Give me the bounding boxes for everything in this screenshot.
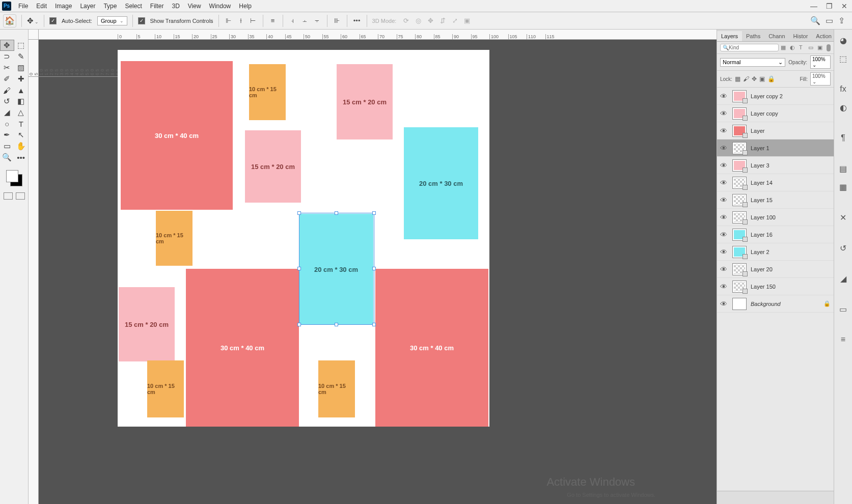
marquee-tool[interactable]: ⬚ [14, 40, 28, 51]
filter-toggle[interactable] [827, 44, 831, 51]
layer-thumbnail[interactable] [732, 263, 747, 275]
quick-select-tool[interactable]: ✎ [14, 51, 29, 62]
filter-type-icon[interactable]: T [799, 44, 806, 51]
shape-pink-3[interactable]: 15 cm * 20 cm [119, 287, 175, 361]
filter-kind-select[interactable]: 🔍 Kind [720, 44, 779, 51]
layer-row[interactable]: 👁Background🔒 [717, 295, 834, 313]
menu-file[interactable]: File [14, 2, 32, 11]
stamp-tool[interactable]: ▲ [14, 85, 29, 96]
heal-tool[interactable]: ✚ [14, 73, 29, 85]
cube3d-icon[interactable]: ⬚ [838, 53, 849, 64]
layer-row[interactable]: 👁Layer 100 [717, 209, 834, 226]
shape-pink-1[interactable]: 15 cm * 20 cm [337, 64, 393, 139]
search-icon[interactable]: 🔍 [810, 16, 820, 25]
visibility-toggle[interactable]: 👁 [720, 231, 728, 239]
color-panel-icon[interactable]: ◕ [838, 35, 849, 46]
layer-row[interactable]: 👁Layer 20 [717, 261, 834, 278]
handle-bl[interactable] [297, 323, 301, 326]
layer-row[interactable]: 👁Layer copy [717, 105, 834, 122]
align-more-icon[interactable]: ≡ [268, 16, 278, 25]
shape-orange-1[interactable]: 10 cm * 15 cm [249, 64, 286, 120]
layer-row[interactable]: 👁Layer 2 [717, 243, 834, 261]
dist-vcenter-icon[interactable]: ⫠ [300, 16, 310, 25]
layer-row[interactable]: 👁Layer 15 [717, 191, 834, 209]
visibility-toggle[interactable]: 👁 [720, 196, 728, 204]
panel-tab-histor[interactable]: Histor [789, 31, 812, 41]
layer-row[interactable]: 👁Layer [717, 122, 834, 139]
more-options-icon[interactable]: ••• [352, 16, 362, 25]
panel-tab-chann[interactable]: Chann [764, 31, 789, 41]
shape-red-1[interactable]: 30 cm * 40 cm [121, 61, 233, 210]
quick-mask-icon[interactable] [4, 192, 13, 200]
visibility-toggle[interactable]: 👁 [720, 213, 728, 221]
layer-thumbnail[interactable] [732, 246, 747, 258]
lock-pos-icon[interactable]: ✥ [752, 75, 757, 82]
shape-orange-3[interactable]: 10 cm * 15 cm [147, 360, 184, 417]
workspace-icon[interactable]: ▭ [826, 16, 833, 25]
menu-select[interactable]: Select [121, 2, 146, 11]
menu-view[interactable]: View [184, 2, 205, 11]
gradient-tool[interactable]: ◢ [0, 107, 14, 118]
layer-row[interactable]: 👁Layer copy 2 [717, 88, 834, 105]
screen-mode-icon[interactable] [16, 192, 25, 200]
type-tool[interactable]: T [14, 118, 29, 129]
layer-thumbnail[interactable] [732, 107, 747, 120]
handle-l[interactable] [297, 267, 301, 270]
shape-red-2[interactable]: 30 cm * 40 cm [186, 269, 299, 427]
styles-panel-icon[interactable]: fx [838, 83, 849, 95]
panel-tab-paths[interactable]: Paths [742, 31, 764, 41]
visibility-toggle[interactable]: 👁 [720, 179, 728, 187]
menu-type[interactable]: Type [99, 2, 121, 11]
handle-b[interactable] [335, 323, 338, 326]
panel-tab-layers[interactable]: Layers [717, 31, 742, 41]
lock-nest-icon[interactable]: ▣ [759, 75, 765, 82]
swatches-icon[interactable]: ▦ [838, 181, 849, 192]
layer-row[interactable]: 👁Layer 150 [717, 278, 834, 295]
layer-thumbnail[interactable] [732, 229, 747, 241]
hand-tool[interactable]: ✋ [14, 141, 29, 152]
layer-thumbnail[interactable] [732, 211, 747, 223]
visibility-toggle[interactable]: 👁 [720, 265, 728, 273]
handle-tr[interactable] [372, 211, 376, 215]
home-button[interactable]: 🏠 [3, 14, 16, 27]
brush-tool[interactable]: 🖌 [0, 85, 14, 96]
canvas-area[interactable]: 0510152025303540455055606570758085909510… [29, 30, 717, 504]
dist-spacing-icon[interactable]: ⊪ [333, 16, 342, 25]
visibility-toggle[interactable]: 👁 [720, 144, 728, 152]
navigator-icon[interactable]: ▭ [838, 303, 849, 315]
shape-tool[interactable]: ▭ [0, 141, 14, 152]
menu-image[interactable]: Image [51, 2, 76, 11]
color-swatch[interactable] [4, 168, 24, 188]
eraser-tool[interactable]: ◧ [14, 96, 29, 107]
menu-edit[interactable]: Edit [32, 2, 51, 11]
filter-smart-icon[interactable]: ▣ [817, 44, 824, 51]
layer-thumbnail[interactable] [732, 159, 747, 172]
lock-trans-icon[interactable]: ▦ [735, 75, 740, 82]
menu-filter[interactable]: Filter [146, 2, 168, 11]
show-transform-checkbox[interactable]: ✓ [138, 17, 145, 24]
history-brush-tool[interactable]: ↺ [0, 96, 14, 107]
properties-icon[interactable]: ✕ [838, 212, 849, 223]
libraries-icon[interactable]: ▤ [838, 163, 849, 174]
filter-shape-icon[interactable]: ▭ [808, 44, 815, 51]
shape-cyan-1[interactable]: 20 cm * 30 cm [404, 127, 478, 239]
visibility-toggle[interactable]: 👁 [720, 127, 728, 135]
visibility-toggle[interactable]: 👁 [720, 92, 728, 100]
visibility-toggle[interactable]: 👁 [720, 300, 728, 308]
filter-pixel-icon[interactable]: ▦ [781, 44, 788, 51]
layer-row[interactable]: 👁Layer 16 [717, 226, 834, 243]
align-left-icon[interactable]: ⊩ [224, 16, 233, 25]
layer-thumbnail[interactable] [732, 90, 747, 102]
layer-row[interactable]: 👁Layer 1 [717, 139, 834, 157]
handle-r[interactable] [372, 267, 376, 270]
dist-bottom-icon[interactable]: ⫟ [313, 16, 322, 25]
foreground-color[interactable] [6, 170, 18, 182]
minimize-button[interactable]: — [806, 0, 821, 12]
dist-top-icon[interactable]: ⫞ [288, 16, 297, 25]
info-icon[interactable]: ≡ [838, 334, 849, 345]
auto-select-mode[interactable]: Group⌄ [97, 16, 127, 25]
layer-thumbnail[interactable] [732, 298, 747, 310]
frame-tool[interactable]: ▨ [14, 62, 29, 73]
align-hcenter-icon[interactable]: ⫲ [236, 16, 245, 25]
shape-red-3[interactable]: 30 cm * 40 cm [375, 269, 488, 427]
